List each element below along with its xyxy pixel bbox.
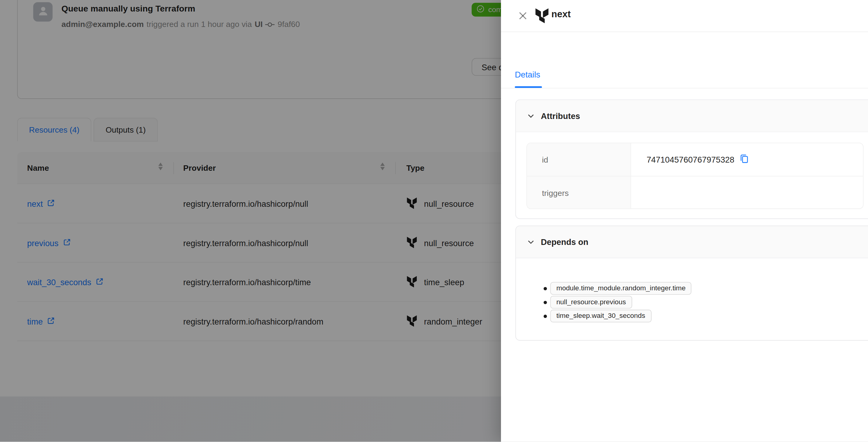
tab-details[interactable]: Details bbox=[515, 70, 540, 79]
dependency-tag: module.time_module.random_integer.time bbox=[550, 282, 692, 295]
dependency-tag: time_sleep.wait_30_seconds bbox=[550, 310, 651, 322]
copy-icon[interactable] bbox=[734, 154, 749, 165]
depends-on-panel-header[interactable]: Depends on bbox=[516, 226, 868, 258]
depends-on-title: Depends on bbox=[541, 226, 589, 258]
screen: Queue manually using Terraform admin@exa… bbox=[0, 0, 868, 442]
attr-label-id: id bbox=[542, 155, 548, 164]
bullet bbox=[544, 301, 547, 304]
close-icon[interactable] bbox=[518, 10, 528, 21]
terraform-icon bbox=[535, 8, 549, 26]
attr-id-value-text: 7471045760767975328 bbox=[647, 155, 734, 164]
bullet bbox=[544, 287, 547, 290]
depends-on-panel: Depends on module.time_module.random_int… bbox=[515, 226, 868, 341]
attributes-panel-header[interactable]: Attributes bbox=[516, 100, 868, 132]
chevron-down-icon bbox=[527, 238, 535, 248]
chevron-down-icon bbox=[527, 112, 535, 122]
drawer-title: next bbox=[551, 9, 571, 20]
attributes-table: id 7471045760767975328 triggers bbox=[526, 143, 864, 209]
attr-label-triggers: triggers bbox=[542, 189, 568, 197]
attributes-panel: Attributes id 7471045760767975328 trigge… bbox=[515, 100, 868, 219]
drawer-header: next bbox=[501, 0, 868, 32]
attributes-title: Attributes bbox=[541, 100, 580, 132]
tabs-divider bbox=[501, 88, 868, 89]
resource-details-drawer: next Details Attributes id 7471045760767… bbox=[501, 0, 868, 442]
dependency-tag: null_resource.previous bbox=[550, 296, 632, 308]
attr-value-id: 7471045760767975328 bbox=[647, 154, 749, 165]
row-divider bbox=[527, 176, 864, 176]
bullet bbox=[544, 314, 547, 318]
